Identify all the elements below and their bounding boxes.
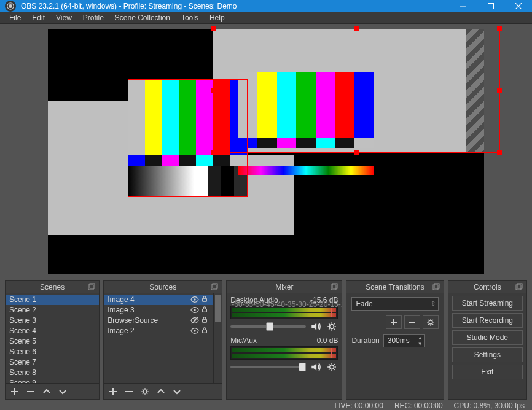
svg-rect-12 — [203, 319, 207, 322]
lock-icon[interactable] — [201, 327, 209, 335]
menu-profile[interactable]: Profile — [77, 12, 109, 23]
popout-icon[interactable] — [432, 283, 441, 292]
scene-row[interactable]: Scene 9 — [6, 378, 99, 383]
scene-up-button[interactable] — [39, 385, 55, 398]
eye-icon[interactable] — [190, 295, 199, 304]
svg-point-1 — [9, 5, 12, 8]
popout-icon[interactable] — [331, 283, 339, 292]
start-streaming-button[interactable]: Start Streaming — [452, 296, 523, 311]
mixer-channel: Desktop Audio -15.6 dB -60-55-50-45-40-3… — [230, 296, 338, 333]
menubar: FileEditViewProfileScene CollectionTools… — [0, 12, 532, 24]
scene-row[interactable]: Scene 1 — [6, 295, 99, 305]
scene-label: Scene 1 — [9, 295, 95, 304]
lock-icon[interactable] — [201, 295, 209, 304]
remove-scene-button[interactable] — [23, 385, 39, 398]
controls-panel: Controls Start StreamingStart RecordingS… — [448, 280, 527, 400]
svg-rect-20 — [433, 285, 438, 290]
preview-canvas[interactable] — [48, 29, 484, 274]
audio-meter: -60-55-50-45-40-35-30-25-20-15-10-50 — [230, 306, 338, 319]
menu-file[interactable]: File — [4, 12, 26, 23]
source-label: Image 2 — [108, 327, 190, 335]
add-scene-button[interactable] — [7, 385, 23, 398]
eye-icon[interactable] — [190, 306, 199, 314]
status-bar: LIVE: 00:00:00 REC: 00:00:00 CPU: 0.8%, … — [0, 401, 532, 410]
eye-icon[interactable] — [190, 327, 199, 335]
svg-rect-3 — [88, 285, 93, 290]
transition-select[interactable]: Fade ⇳ — [351, 297, 438, 311]
scenes-toolbar — [6, 383, 99, 399]
scene-row[interactable]: Scene 3 — [6, 315, 99, 326]
remove-transition-button[interactable] — [404, 315, 420, 329]
source-up-button[interactable] — [153, 385, 169, 398]
add-source-button[interactable] — [105, 385, 121, 398]
window-minimize-button[interactable] — [449, 0, 477, 12]
scenes-panel: Scenes Scene 1Scene 2Scene 3Scene 4Scene… — [5, 280, 100, 400]
volume-slider[interactable] — [230, 366, 306, 368]
menu-scene-collection[interactable]: Scene Collection — [109, 12, 176, 23]
svg-point-7 — [194, 298, 197, 301]
scenes-list[interactable]: Scene 1Scene 2Scene 3Scene 4Scene 5Scene… — [6, 293, 99, 383]
menu-tools[interactable]: Tools — [176, 12, 204, 23]
transitions-title: Scene Transitions — [366, 283, 424, 292]
menu-view[interactable]: View — [50, 12, 77, 23]
source-down-button[interactable] — [169, 385, 185, 398]
gear-icon[interactable] — [326, 320, 338, 333]
gear-icon[interactable] — [326, 361, 338, 373]
volume-slider[interactable] — [230, 325, 306, 328]
popout-icon[interactable] — [211, 283, 219, 292]
spin-up-button[interactable]: ▲ — [416, 335, 424, 341]
sources-panel: Sources Image 4Image 3BrowserSourceImage… — [103, 280, 222, 400]
mixer-channel: Mic/Aux 0.0 dB — [230, 336, 338, 373]
svg-point-13 — [194, 330, 197, 332]
window-title: OBS 23.2.1 (64-bit, windows) - Profile: … — [21, 2, 449, 10]
window-close-button[interactable] — [504, 0, 532, 12]
scene-label: Scene 3 — [9, 316, 95, 325]
settings-button[interactable]: Settings — [452, 347, 523, 362]
scene-row[interactable]: Scene 2 — [6, 305, 99, 315]
sources-list[interactable]: Image 4Image 3BrowserSourceImage 2 — [104, 293, 213, 383]
source-row[interactable]: BrowserSource — [104, 315, 213, 326]
eye-off-icon[interactable] — [190, 316, 199, 325]
svg-rect-21 — [434, 284, 439, 288]
source-row[interactable]: Image 2 — [104, 326, 213, 336]
scene-row[interactable]: Scene 4 — [6, 326, 99, 336]
status-rec: REC: 00:00:00 — [394, 401, 443, 410]
source-row[interactable]: Image 4 — [104, 295, 213, 305]
window-titlebar: OBS 23.2.1 (64-bit, windows) - Profile: … — [0, 0, 532, 12]
source-properties-button[interactable] — [137, 385, 153, 398]
transition-settings-button[interactable] — [423, 315, 439, 329]
popout-icon[interactable] — [88, 283, 96, 292]
audio-meter — [230, 346, 338, 360]
menu-help[interactable]: Help — [204, 12, 230, 23]
window-maximize-button[interactable] — [477, 0, 504, 12]
chevron-updown-icon: ⇳ — [431, 300, 436, 307]
mixer-channel-name: Mic/Aux — [230, 336, 257, 345]
speaker-icon[interactable] — [310, 320, 322, 333]
studio-mode-button[interactable]: Studio Mode — [452, 330, 523, 345]
scene-row[interactable]: Scene 7 — [6, 357, 99, 368]
remove-source-button[interactable] — [121, 385, 137, 398]
popout-icon[interactable] — [515, 283, 524, 292]
scene-row[interactable]: Scene 6 — [6, 347, 99, 357]
lock-icon[interactable] — [201, 306, 209, 314]
add-transition-button[interactable] — [386, 315, 402, 329]
mixer-panel: Mixer Desktop Audio -15.6 dB -60-55-50-4… — [226, 280, 342, 400]
mixer-title: Mixer — [275, 283, 293, 292]
menu-edit[interactable]: Edit — [26, 12, 50, 23]
svg-rect-16 — [331, 285, 336, 290]
duration-spinbox[interactable]: 300ms ▲ ▼ — [383, 334, 425, 347]
scene-down-button[interactable] — [55, 385, 71, 398]
transitions-panel: Scene Transitions Fade ⇳ Duration 300ms … — [346, 280, 444, 400]
sources-scrollbar[interactable] — [213, 293, 222, 383]
scene-row[interactable]: Scene 5 — [6, 336, 99, 347]
source-label: Image 4 — [108, 295, 190, 304]
svg-rect-5 — [211, 285, 216, 290]
lock-icon[interactable] — [201, 316, 209, 325]
speaker-icon[interactable] — [310, 361, 322, 373]
source-row[interactable]: Image 3 — [104, 305, 213, 315]
start-recording-button[interactable]: Start Recording — [452, 313, 523, 328]
scene-row[interactable]: Scene 8 — [6, 368, 99, 378]
exit-button[interactable]: Exit — [452, 365, 523, 379]
scenes-title: Scenes — [40, 283, 65, 292]
spin-down-button[interactable]: ▼ — [416, 341, 424, 347]
